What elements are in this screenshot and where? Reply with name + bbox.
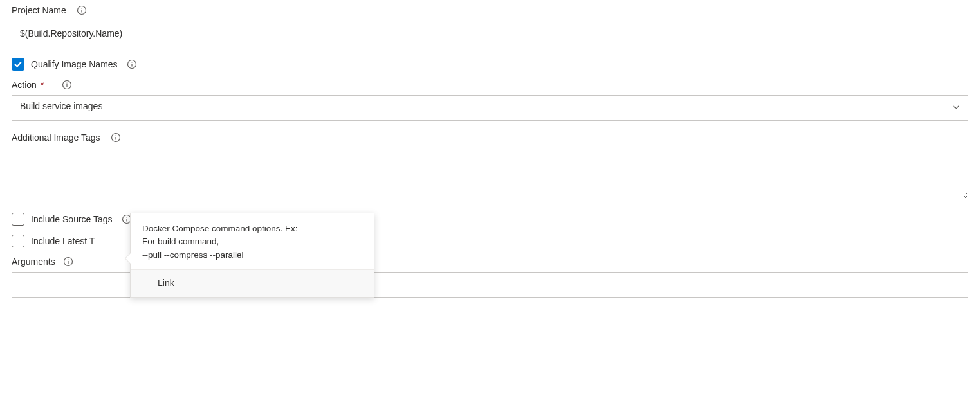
svg-point-16 (68, 259, 68, 260)
info-icon[interactable] (63, 256, 73, 267)
info-icon[interactable] (111, 132, 121, 143)
action-select[interactable]: Build service images (12, 95, 968, 121)
info-icon[interactable] (77, 5, 87, 15)
qualify-image-names-row: Qualify Image Names (12, 58, 968, 71)
include-source-tags-checkbox[interactable] (12, 213, 24, 226)
svg-point-13 (126, 217, 127, 217)
info-icon[interactable] (62, 80, 72, 90)
project-name-field: Project Name (12, 5, 968, 46)
svg-point-4 (131, 62, 132, 62)
project-name-label: Project Name (12, 5, 66, 15)
tooltip-arrow (125, 253, 131, 264)
svg-point-10 (115, 135, 116, 136)
project-name-input[interactable] (12, 21, 968, 46)
additional-image-tags-field: Additional Image Tags (12, 132, 968, 201)
include-latest-tag-checkbox[interactable] (12, 235, 24, 247)
qualify-image-names-label: Qualify Image Names (31, 59, 118, 69)
include-source-tags-label: Include Source Tags (31, 214, 113, 224)
tooltip-link[interactable]: Link (158, 278, 174, 288)
include-latest-tag-label: Include Latest T (31, 236, 95, 246)
svg-point-7 (67, 82, 68, 83)
action-field: Action * Build service images (12, 80, 968, 121)
action-label: Action * (12, 80, 44, 90)
arguments-field: Arguments Docker Compose command options… (12, 256, 968, 298)
tooltip-footer: Link (131, 269, 374, 297)
info-icon[interactable] (127, 59, 137, 69)
additional-image-tags-input[interactable] (12, 148, 968, 199)
arguments-tooltip: Docker Compose command options. Ex: For … (130, 213, 374, 298)
svg-point-1 (81, 8, 82, 8)
arguments-label: Arguments (12, 256, 55, 267)
additional-image-tags-label: Additional Image Tags (12, 132, 100, 143)
qualify-image-names-checkbox[interactable] (12, 58, 24, 71)
tooltip-body: Docker Compose command options. Ex: For … (131, 213, 374, 269)
